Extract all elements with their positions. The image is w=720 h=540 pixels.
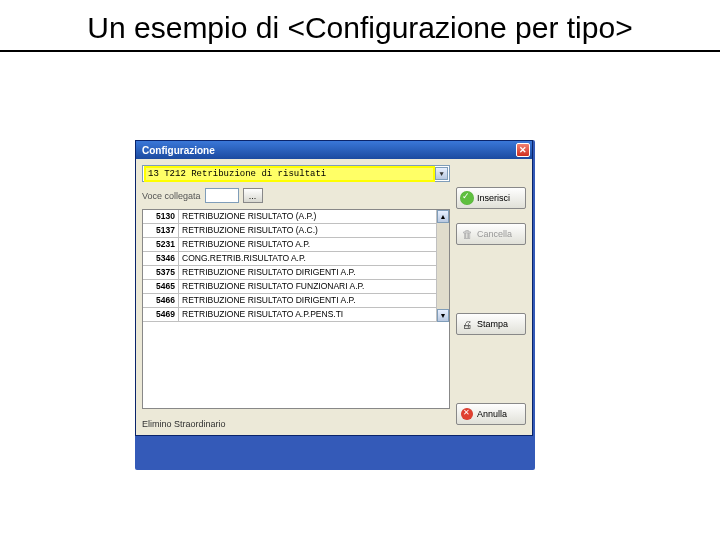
voci-table[interactable]: 5130RETRIBUZIONE RISULTATO (A.P.)5137RET…	[142, 209, 450, 409]
table-row[interactable]: 5466RETRIBUZIONE RISULTATO DIRIGENTI A.P…	[143, 294, 436, 308]
lookup-button[interactable]: ...	[243, 188, 263, 203]
row-code: 5375	[143, 266, 179, 279]
close-button[interactable]: ✕	[516, 143, 530, 157]
delete-button[interactable]: 🗑 Cancella	[456, 223, 526, 245]
scroll-track[interactable]	[437, 223, 449, 309]
printer-icon: 🖨	[460, 317, 474, 331]
row-desc: RETRIBUZIONE RISULTATO A.P.PENS.TI	[179, 308, 436, 321]
footer-label: Elimino Straordinario	[142, 415, 450, 429]
check-icon	[460, 191, 474, 205]
table-row[interactable]: 5469RETRIBUZIONE RISULTATO A.P.PENS.TI	[143, 308, 436, 322]
table-row[interactable]: 5130RETRIBUZIONE RISULTATO (A.P.)	[143, 210, 436, 224]
table-row[interactable]: 5375RETRIBUZIONE RISULTATO DIRIGENTI A.P…	[143, 266, 436, 280]
trash-icon: 🗑	[460, 227, 474, 241]
table-row[interactable]: 5137RETRIBUZIONE RISULTATO (A.C.)	[143, 224, 436, 238]
window-title: Configurazione	[142, 145, 215, 156]
insert-label: Inserisci	[477, 193, 510, 203]
table-row[interactable]: 5465RETRIBUZIONE RISULTATO FUNZIONARI A.…	[143, 280, 436, 294]
close-icon: ✕	[519, 145, 527, 155]
row-desc: RETRIBUZIONE RISULTATO DIRIGENTI A.P.	[179, 266, 436, 279]
row-code: 5466	[143, 294, 179, 307]
row-desc: RETRIBUZIONE RISULTATO FUNZIONARI A.P.	[179, 280, 436, 293]
table-row[interactable]: 5231RETRIBUZIONE RISULTATO A.P.	[143, 238, 436, 252]
cancel-button[interactable]: Annulla	[456, 403, 526, 425]
row-code: 5130	[143, 210, 179, 223]
slide-title: Un esempio di <Configurazione per tipo>	[0, 0, 720, 52]
table-row[interactable]: 5346CONG.RETRIB.RISULTATO A.P.	[143, 252, 436, 266]
voce-input[interactable]	[205, 188, 239, 203]
row-code: 5137	[143, 224, 179, 237]
delete-label: Cancella	[477, 229, 512, 239]
titlebar: Configurazione ✕	[136, 141, 532, 159]
row-code: 5465	[143, 280, 179, 293]
type-combobox[interactable]: 13 T212 Retribuzione di risultati ▼	[142, 165, 450, 182]
insert-button[interactable]: Inserisci	[456, 187, 526, 209]
row-desc: RETRIBUZIONE RISULTATO (A.C.)	[179, 224, 436, 237]
app-background: Configurazione ✕ 13 T212 Retribuzione di…	[135, 140, 535, 470]
scroll-up-icon[interactable]: ▲	[437, 210, 449, 223]
row-code: 5231	[143, 238, 179, 251]
row-code: 5469	[143, 308, 179, 321]
config-window: Configurazione ✕ 13 T212 Retribuzione di…	[135, 140, 533, 436]
cancel-icon	[460, 407, 474, 421]
row-code: 5346	[143, 252, 179, 265]
combo-selected-value: 13 T212 Retribuzione di risultati	[146, 168, 433, 180]
row-desc: RETRIBUZIONE RISULTATO DIRIGENTI A.P.	[179, 294, 436, 307]
chevron-down-icon[interactable]: ▼	[435, 167, 448, 180]
row-desc: RETRIBUZIONE RISULTATO (A.P.)	[179, 210, 436, 223]
voce-label: Voce collegata	[142, 191, 201, 201]
print-button[interactable]: 🖨 Stampa	[456, 313, 526, 335]
print-label: Stampa	[477, 319, 508, 329]
scrollbar[interactable]: ▲ ▼	[436, 210, 449, 322]
scroll-down-icon[interactable]: ▼	[437, 309, 449, 322]
cancel-label: Annulla	[477, 409, 507, 419]
row-desc: CONG.RETRIB.RISULTATO A.P.	[179, 252, 436, 265]
row-desc: RETRIBUZIONE RISULTATO A.P.	[179, 238, 436, 251]
